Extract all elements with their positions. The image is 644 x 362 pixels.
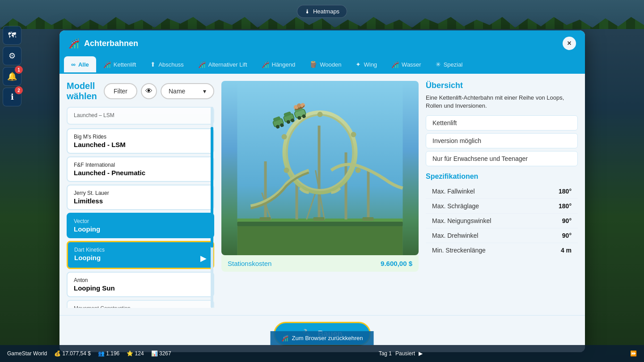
svg-rect-34 — [260, 217, 271, 221]
view-toggle-button[interactable]: 👁 — [141, 83, 157, 99]
tab-wasser[interactable]: 🎢 Wasser — [384, 56, 428, 72]
tab-wing[interactable]: ✦ Wing — [348, 56, 384, 72]
svg-rect-33 — [237, 222, 403, 226]
sidebar-btn-settings[interactable]: ⚙ — [3, 46, 21, 65]
return-browser-button[interactable]: 🎢 Zum Browser zurückkehren — [271, 331, 374, 345]
station-cost-bar: Stationskosten 9.600,00 $ — [221, 255, 419, 272]
list-item-brand: Anton — [74, 277, 207, 283]
list-item-dart-kinetics[interactable]: Dart Kinetics Looping ▶ — [67, 241, 214, 269]
list-item-name: Launched - Pneumatic — [74, 169, 207, 177]
tab-kettenlift-icon: 🎢 — [103, 61, 111, 68]
list-item-name: Looping — [74, 254, 207, 261]
svg-rect-7 — [345, 152, 347, 219]
stat2-display: ⭐ 124 — [127, 350, 144, 357]
close-button[interactable]: × — [563, 37, 576, 50]
tab-wasser-icon: 🎢 — [391, 61, 399, 68]
list-item-brand: Launched – LSM — [74, 112, 207, 118]
tabs-bar: ∞ Alle 🎢 Kettenlift ⬆ Abschuss 🎢 Alterna… — [59, 56, 585, 74]
list-item-name: Looping — [74, 225, 207, 233]
spec-row-strecke: Min. Streckenlänge 4 m — [426, 243, 578, 257]
specs-title: Spezifikationen — [426, 173, 578, 181]
tab-alt-lift-icon: 🎢 — [198, 61, 206, 68]
bottom-bar-right: ⏩ — [630, 350, 637, 357]
modal: 🎢 Achterbahnen × ∞ Alle 🎢 Kettenlift ⬆ A… — [59, 30, 585, 352]
sidebar-btn-info[interactable]: ℹ 2 — [3, 88, 21, 106]
bottom-bar-center: Tag 1 Pausiert ▶ — [379, 350, 423, 357]
tab-spezial[interactable]: ✳ Spezial — [428, 56, 470, 72]
return-icon: 🎢 — [281, 335, 288, 341]
preview-image — [221, 81, 419, 255]
info-badge: 2 — [15, 86, 23, 94]
detail-tag-age: Nur für Erwachsene und Teenager — [426, 151, 578, 166]
coaster-icon: 🎢 — [68, 38, 80, 49]
list-item[interactable]: F&F International Launched - Pneumatic — [67, 156, 214, 182]
list-item-name: Looping Sun — [74, 284, 207, 292]
list-item-name: Limitless — [74, 197, 207, 205]
svg-rect-4 — [318, 126, 321, 219]
spec-row-neigungswinkel: Max. Neigungswinkel 90° — [426, 214, 578, 228]
spec-row-schraglage: Max. Schräglage 180° — [426, 199, 578, 214]
list-item[interactable]: Big M's Rides Launched - LSM — [67, 128, 214, 154]
list-item-vector-looping[interactable]: Vector Looping — [67, 213, 214, 238]
list-item-brand: Vector — [74, 218, 207, 224]
money-icon: 💰 — [54, 350, 61, 357]
pause-status: Pausiert — [395, 350, 415, 357]
tab-abschuss-icon: ⬆ — [150, 61, 156, 68]
tab-abschuss[interactable]: ⬆ Abschuss — [143, 56, 191, 72]
tab-wooden[interactable]: 🪵 Wooden — [302, 56, 348, 72]
list-item-brand: Big M's Rides — [74, 134, 207, 140]
detail-tag-kettenlift: Kettenlift — [426, 115, 578, 130]
svg-rect-5 — [367, 170, 370, 219]
list-item-brand: F&F International — [74, 162, 207, 168]
station-cost-label: Stationskosten — [228, 260, 271, 267]
list-item-brand: Movement Construction — [74, 305, 207, 308]
list-item[interactable]: Movement Construction — [67, 300, 214, 308]
sort-dropdown[interactable]: Name ▾ — [161, 83, 214, 99]
tab-kettenlift[interactable]: 🎢 Kettenlift — [96, 56, 144, 72]
filter-button[interactable]: Filter — [104, 83, 137, 99]
spec-row-fallwinkel: Max. Fallwinkel 180° — [426, 184, 578, 199]
list-panel: Modell wählen Filter 👁 Name ▾ — [67, 81, 214, 308]
park-name: GameStar World — [7, 350, 47, 357]
svg-point-29 — [351, 132, 356, 137]
tab-alternativer-lift[interactable]: 🎢 Alternativer Lift — [191, 56, 254, 72]
arrow-icon: ▶ — [200, 253, 207, 263]
chart-icon: 📊 — [151, 350, 158, 357]
speed-icon[interactable]: ⏩ — [630, 350, 637, 357]
sidebar-btn-alert[interactable]: 🔔 1 — [3, 67, 21, 86]
svg-point-32 — [282, 134, 287, 139]
modal-header: 🎢 Achterbahnen × — [59, 30, 585, 56]
svg-rect-3 — [264, 161, 267, 219]
list-item[interactable]: Jerry St. Lauer Limitless — [67, 185, 214, 210]
coaster-svg — [221, 81, 419, 255]
play-button[interactable]: ▶ — [419, 350, 423, 357]
svg-rect-35 — [314, 217, 325, 221]
svg-rect-36 — [363, 217, 374, 221]
tab-wing-icon: ✦ — [356, 61, 361, 68]
day-display: Tag 1 — [379, 350, 392, 357]
scrollbar-thumb[interactable] — [211, 127, 213, 248]
chevron-down-icon: ▾ — [203, 88, 206, 95]
spec-row-drehwinkel: Max. Drehwinkel 90° — [426, 228, 578, 243]
list-items: Launched – LSM Big M's Rides Launched - … — [67, 107, 214, 308]
svg-point-30 — [356, 168, 361, 173]
list-item-brand: Dart Kinetics — [74, 247, 207, 253]
detail-tag-inversion: Inversion möglich — [426, 133, 578, 148]
list-title: Modell wählen — [67, 81, 104, 101]
list-item[interactable]: Anton Looping Sun — [67, 272, 214, 297]
scrollbar-track — [211, 107, 213, 308]
tab-haengend[interactable]: 🎢 Hängend — [254, 56, 303, 72]
bottom-bar: GameStar World 💰 17.077,54 $ 👥 1.196 ⭐ 1… — [0, 345, 644, 362]
details-panel: Übersicht Eine Kettenlift-Achterbahn mit… — [426, 81, 578, 282]
tab-alle-icon: ∞ — [71, 61, 76, 68]
list-item-brand: Jerry St. Lauer — [74, 190, 207, 196]
left-sidebar: 🗺 ⚙ 🔔 1 ℹ 2 — [0, 22, 25, 110]
modal-title: 🎢 Achterbahnen — [68, 38, 138, 49]
bottom-bar-left: GameStar World 💰 17.077,54 $ 👥 1.196 ⭐ 1… — [7, 350, 171, 357]
svg-point-28 — [318, 112, 323, 117]
list-item[interactable]: Launched – LSM — [67, 107, 214, 125]
view-icon: 👁 — [145, 87, 153, 95]
stat3-display: 📊 3267 — [151, 350, 171, 357]
tab-alle[interactable]: ∞ Alle — [64, 56, 96, 72]
sidebar-btn-map[interactable]: 🗺 — [3, 26, 21, 45]
